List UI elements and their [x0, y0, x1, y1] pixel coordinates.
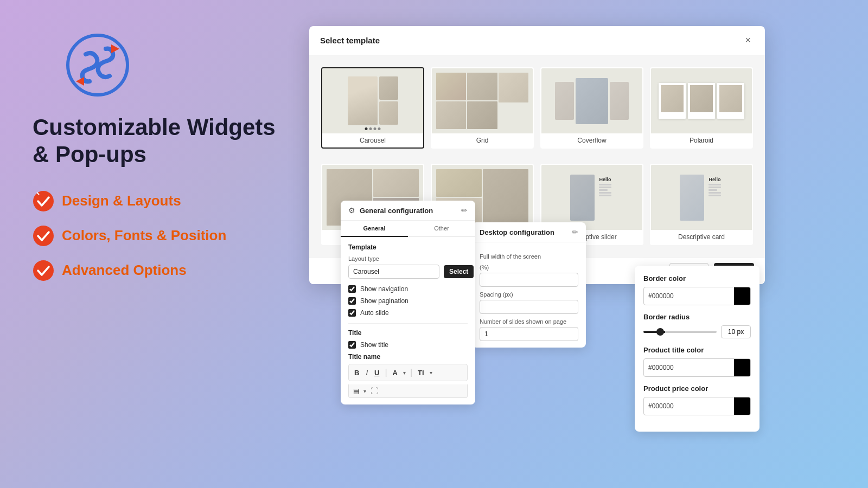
svg-point-3 [33, 191, 54, 211]
toolbar-separator2: | [410, 368, 412, 377]
gear-icon: ⚙ [348, 206, 355, 215]
grid-label: Grid [432, 133, 533, 147]
feature-design-label: Design & Layouts [62, 192, 181, 209]
layout-type-input[interactable] [348, 265, 439, 279]
show-title-row: Show title [348, 341, 468, 349]
underline-button[interactable]: U [373, 369, 380, 377]
template-coverflow[interactable]: Coverflow [540, 67, 643, 149]
desktop-config-panel: Desktop configuration ✏ Full width of th… [472, 222, 586, 348]
toolbar-separator: | [385, 368, 387, 377]
feature-list: Design & Layouts Colors, Fonts & Positio… [33, 190, 226, 281]
main-title: Customizable Widgets & Pop-ups [33, 114, 276, 169]
tab-other[interactable]: Other [408, 221, 475, 237]
template-descriptive-card[interactable]: Hello Descriptive card [650, 164, 753, 245]
template-polaroid[interactable]: Polaroid [650, 67, 753, 149]
product-title-color-input-row [643, 358, 751, 377]
feature-colors-label: Colors, Fonts & Position [62, 227, 226, 244]
layout-select-button[interactable]: Select [444, 265, 474, 278]
border-color-section: Border color [643, 274, 751, 305]
spacing-input[interactable] [480, 300, 578, 314]
show-navigation-label: Show navigation [360, 285, 408, 293]
feature-advanced-label: Advanced Options [62, 262, 187, 279]
border-color-label: Border color [643, 274, 751, 282]
border-color-input[interactable] [644, 289, 734, 303]
show-pagination-row: Show pagination [348, 297, 468, 305]
descriptive-slider-thumb: Hello [541, 165, 642, 230]
border-color-input-row [643, 287, 751, 305]
general-config-header-left: ⚙ General configuration [348, 206, 433, 215]
grid-thumb [432, 68, 533, 133]
border-radius-value: 10 px [721, 325, 751, 338]
expand-icon[interactable]: ⛶ [371, 387, 378, 395]
border-radius-section: Border radius 10 px [643, 313, 751, 338]
desktop-edit-icon[interactable]: ✏ [572, 228, 578, 236]
check-circle-icon-2 [33, 225, 54, 247]
show-title-checkbox[interactable] [348, 341, 356, 349]
svg-point-5 [33, 226, 54, 246]
coverflow-thumb [541, 68, 642, 133]
svg-marker-2 [76, 77, 84, 86]
template-grid[interactable]: Grid [431, 67, 534, 149]
layout-type-row: Select [348, 265, 468, 279]
template-grid-row1: Carousel Grid [309, 55, 765, 160]
show-pagination-checkbox[interactable] [348, 297, 356, 305]
show-navigation-checkbox[interactable] [348, 285, 356, 293]
carousel-label: Carousel [322, 133, 423, 147]
dialog-close-button[interactable]: × [742, 34, 754, 47]
general-config-panel: ⚙ General configuration ✏ General Other … [341, 201, 475, 404]
product-price-color-input[interactable] [644, 399, 734, 413]
slides-select[interactable]: 1 2 3 4 [480, 327, 578, 341]
product-title-color-label: Product title color [643, 346, 751, 354]
auto-slide-label: Auto slide [360, 309, 389, 317]
dialog-header: Select template × [309, 26, 765, 55]
align-chevron[interactable]: ▾ [363, 388, 366, 394]
general-config-title: General configuration [360, 207, 433, 215]
logo [65, 33, 130, 98]
product-title-color-input[interactable] [644, 361, 734, 375]
width-input[interactable] [480, 273, 578, 287]
desktop-config-header: Desktop configuration ✏ [472, 222, 586, 242]
width-label: Full width of the screen [480, 253, 578, 260]
title-section-label: Title [348, 329, 468, 337]
product-price-color-section: Product price color [643, 384, 751, 415]
descriptive-card-thumb: Hello [651, 165, 752, 230]
size-button[interactable]: TI [417, 369, 425, 377]
show-pagination-label: Show pagination [360, 297, 409, 305]
product-title-color-swatch[interactable] [734, 359, 750, 376]
slides-label: Number of slides shown on page [480, 318, 578, 325]
border-color-swatch[interactable] [734, 287, 750, 305]
align-button[interactable]: ▤ [353, 387, 359, 395]
descriptive-card-label: Descriptive card [651, 230, 752, 244]
italic-button[interactable]: I [365, 369, 369, 377]
general-config-header: ⚙ General configuration ✏ [341, 201, 475, 221]
border-radius-slider[interactable] [643, 331, 717, 333]
svg-marker-1 [111, 44, 119, 53]
border-radius-slider-row: 10 px [643, 325, 751, 338]
tab-general[interactable]: General [341, 221, 408, 237]
template-carousel[interactable]: Carousel [321, 67, 424, 149]
product-price-color-swatch[interactable] [734, 397, 750, 415]
color-button[interactable]: A [392, 369, 399, 377]
product-price-color-input-row [643, 397, 751, 415]
edit-icon[interactable]: ✏ [461, 206, 468, 215]
feature-advanced: Advanced Options [33, 260, 226, 281]
config-tabs: General Other [341, 221, 475, 237]
font-color-chevron[interactable]: ▾ [403, 370, 406, 376]
bold-button[interactable]: B [353, 369, 360, 377]
product-title-color-section: Product title color [643, 346, 751, 377]
feature-design: Design & Layouts [33, 190, 226, 212]
auto-slide-checkbox[interactable] [348, 309, 356, 317]
border-radius-label: Border radius [643, 313, 751, 321]
show-title-label: Show title [360, 341, 388, 349]
text-toolbar: B I U | A ▾ | TI ▾ [348, 364, 468, 381]
config-body: Template Layout type Select Show navigat… [341, 237, 475, 404]
auto-slide-row: Auto slide [348, 309, 468, 317]
template-section-label: Template [348, 243, 468, 251]
toolbar-row2: ▤ ▾ ⛶ [348, 384, 468, 398]
size-chevron[interactable]: ▾ [430, 370, 432, 376]
percent-label: (%) [480, 264, 578, 271]
check-circle-icon [33, 190, 54, 212]
show-navigation-row: Show navigation [348, 285, 468, 293]
desktop-config-title: Desktop configuration [480, 228, 554, 236]
carousel-thumb [322, 68, 423, 133]
